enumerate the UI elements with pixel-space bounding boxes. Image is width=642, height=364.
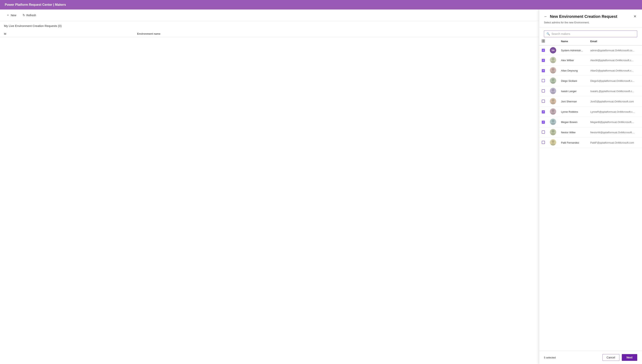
left-panel: ＋ New ↻ Refresh My Live Environment Crea… — [0, 10, 539, 364]
maker-email: MeganB@pplatformuat.OnMicrosoft.... — [588, 117, 642, 127]
maker-email: admin@pplatformuat.OnMicrosoft.co... — [588, 45, 642, 55]
maker-name: Diego Siciliani — [558, 76, 588, 86]
page-title: My Live Environment Creation Requests (0… — [0, 21, 539, 31]
refresh-button[interactable]: ↻ Refresh — [20, 12, 39, 18]
back-button[interactable]: ← — [544, 14, 547, 18]
panel-header: ← New Environment Creation Request ✕ Sel… — [539, 10, 642, 27]
avatar: SA — [550, 47, 556, 54]
main-table: Id Environment name — [0, 31, 539, 37]
panel-footer: 5 selected Cancel Next — [539, 351, 642, 364]
next-button[interactable]: Next — [622, 354, 637, 361]
list-item[interactable]: Diego SicilianiDiegoS@pplatformuat.OnMic… — [539, 76, 642, 86]
search-bar: 🔍 — [544, 30, 637, 37]
maker-checkbox[interactable] — [542, 130, 545, 134]
app-title: Power Platform Request Center | Makers — [5, 3, 66, 6]
avatar — [550, 139, 556, 146]
svg-rect-0 — [542, 40, 543, 41]
list-item[interactable]: Allan DeyoungAllanD@pplatformuat.OnMicro… — [539, 66, 642, 76]
maker-email: DiegoS@pplatformuat.OnMicrosoft.c... — [588, 76, 642, 86]
plus-icon: ＋ — [6, 13, 10, 17]
grid-icon — [541, 39, 545, 43]
table-header-row: Name Email — [539, 37, 642, 45]
cancel-button[interactable]: Cancel — [602, 354, 619, 361]
main-layout: ＋ New ↻ Refresh My Live Environment Crea… — [0, 10, 642, 364]
maker-checkbox[interactable] — [542, 110, 545, 114]
list-item[interactable]: Joni ShermanJoniS@pplatformuat.OnMicroso… — [539, 96, 642, 107]
avatar — [550, 119, 556, 125]
col-name-header: Name — [558, 37, 588, 45]
maker-checkbox[interactable] — [542, 79, 545, 82]
close-button[interactable]: ✕ — [633, 14, 637, 20]
avatar — [550, 57, 556, 63]
toolbar: ＋ New ↻ Refresh — [0, 10, 539, 21]
panel-title-inner: ← New Environment Creation Request — [544, 14, 617, 19]
col-select-all — [539, 37, 547, 45]
makers-table: Name Email SASystem Administr...admin@pp… — [539, 37, 642, 148]
list-item[interactable]: Nestor WilkeNestorW@pplatformuat.OnMicro… — [539, 127, 642, 138]
search-input[interactable] — [551, 32, 635, 36]
avatar — [550, 78, 556, 84]
avatar — [550, 67, 556, 74]
maker-checkbox[interactable] — [542, 120, 545, 124]
maker-name: Allan Deyoung — [558, 66, 588, 76]
refresh-icon: ↻ — [23, 13, 25, 17]
footer-buttons: Cancel Next — [602, 354, 637, 361]
avatar — [550, 88, 556, 94]
avatar — [550, 108, 556, 115]
new-label: New — [11, 14, 16, 17]
selected-count: 5 selected — [544, 356, 556, 359]
col-environment-name: Environment name — [133, 31, 539, 37]
maker-name: Joni Sherman — [558, 96, 588, 107]
maker-email: PattiF@pplatformuat.OnMicrosoft.com — [588, 138, 642, 148]
maker-email: AlexW@pplatformuat.OnMicrosoft.c... — [588, 55, 642, 66]
maker-email: IsaiahL@pplatformuat.OnMicrosoft.c... — [588, 86, 642, 96]
right-panel: ← New Environment Creation Request ✕ Sel… — [539, 10, 642, 364]
panel-subtitle: Select admins for the new Environment. — [544, 21, 637, 24]
makers-list: Name Email SASystem Administr...admin@pp… — [539, 37, 642, 351]
maker-name: Lynne Robbins — [558, 107, 588, 117]
maker-name: System Administr... — [558, 45, 588, 55]
new-button[interactable]: ＋ New — [4, 12, 19, 18]
list-item[interactable]: Alex WilberAlexW@pplatformuat.OnMicrosof… — [539, 55, 642, 66]
list-item[interactable]: SASystem Administr...admin@pplatformuat.… — [539, 45, 642, 55]
maker-checkbox[interactable] — [542, 141, 545, 144]
app-header: Power Platform Request Center | Makers — [0, 0, 642, 10]
avatar — [550, 129, 556, 135]
maker-name: Isaiah Langer — [558, 86, 588, 96]
maker-name: Patti Fernandez — [558, 138, 588, 148]
maker-checkbox[interactable] — [542, 49, 545, 52]
col-email-header: Email — [588, 37, 642, 45]
col-avatar-header — [547, 37, 558, 45]
list-item[interactable]: Megan BowenMeganB@pplatformuat.OnMicroso… — [539, 117, 642, 127]
col-id: Id — [0, 31, 133, 37]
maker-email: LynneR@pplatformuat.OnMicrosoft.c... — [588, 107, 642, 117]
svg-rect-2 — [542, 41, 543, 42]
search-icon: 🔍 — [546, 32, 550, 36]
svg-rect-3 — [543, 41, 545, 42]
maker-email: AllanD@pplatformuat.OnMicrosoft.c... — [588, 66, 642, 76]
maker-checkbox[interactable] — [542, 89, 545, 92]
avatar — [550, 98, 556, 104]
maker-name: Alex Wilber — [558, 55, 588, 66]
maker-checkbox[interactable] — [542, 100, 545, 103]
maker-name: Nestor Wilke — [558, 127, 588, 138]
panel-title-row: ← New Environment Creation Request ✕ — [544, 14, 637, 20]
maker-email: NestorW@pplatformuat.OnMicrosoft.... — [588, 127, 642, 138]
list-item[interactable]: Lynne RobbinsLynneR@pplatformuat.OnMicro… — [539, 107, 642, 117]
maker-name: Megan Bowen — [558, 117, 588, 127]
list-item[interactable]: Isaiah LangerIsaiahL@pplatformuat.OnMicr… — [539, 86, 642, 96]
panel-title: New Environment Creation Request — [550, 14, 617, 19]
maker-email: JoniS@pplatformuat.OnMicrosoft.com — [588, 96, 642, 107]
list-item[interactable]: Patti FernandezPattiF@pplatformuat.OnMic… — [539, 138, 642, 148]
refresh-label: Refresh — [26, 14, 36, 17]
maker-checkbox[interactable] — [542, 69, 545, 72]
maker-checkbox[interactable] — [542, 59, 545, 62]
svg-rect-1 — [543, 40, 545, 41]
